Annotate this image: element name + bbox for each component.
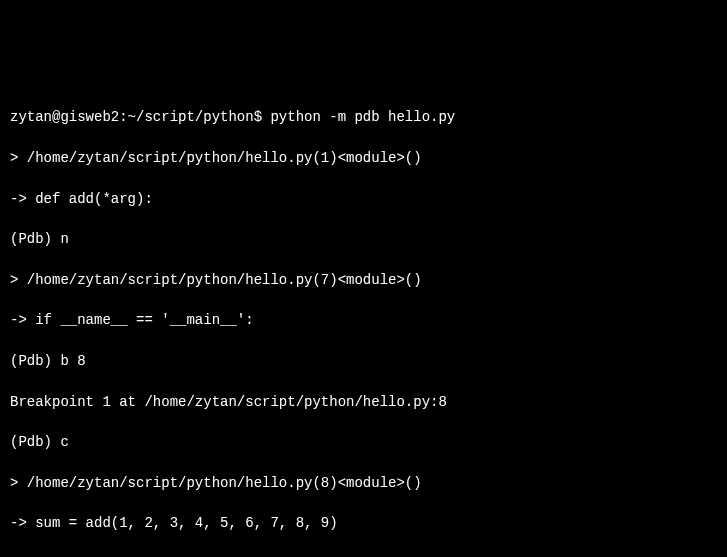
pdb-source-line: -> sum = add(1, 2, 3, 4, 5, 6, 7, 8, 9) — [10, 513, 717, 533]
pdb-source-line: -> def add(*arg): — [10, 189, 717, 209]
pdb-location: > /home/zytan/script/python/hello.py(1)<… — [10, 148, 717, 168]
pdb-location: > /home/zytan/script/python/hello.py(8)<… — [10, 473, 717, 493]
pdb-prompt-n: (Pdb) n — [10, 229, 717, 249]
pdb-location: > /home/zytan/script/python/hello.py(7)<… — [10, 270, 717, 290]
shell-prompt-line: zytan@gisweb2:~/script/python$ python -m… — [10, 107, 717, 127]
pdb-prompt-b: (Pdb) b 8 — [10, 351, 717, 371]
terminal-output[interactable]: zytan@gisweb2:~/script/python$ python -m… — [10, 87, 717, 557]
pdb-source-line: -> if __name__ == '__main__': — [10, 310, 717, 330]
pdb-prompt-c: (Pdb) c — [10, 432, 717, 452]
pdb-breakpoint-msg: Breakpoint 1 at /home/zytan/script/pytho… — [10, 392, 717, 412]
